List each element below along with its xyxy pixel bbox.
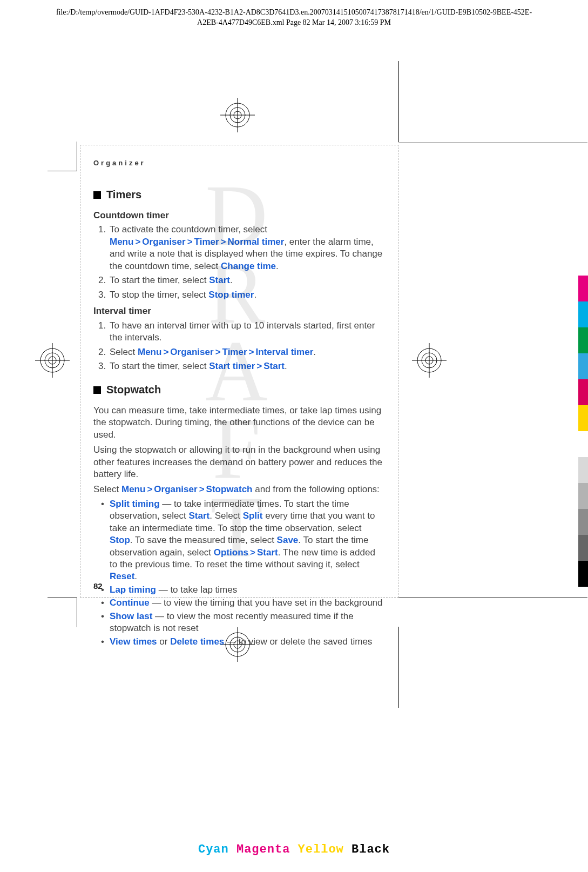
- list-item: To start the timer, select Start timer>S…: [109, 360, 385, 372]
- list-item: Select Menu>Organiser>Timer>Interval tim…: [109, 346, 385, 358]
- body-text: Select Menu>Organiser>Stopwatch and from…: [93, 484, 385, 495]
- subheading-countdown: Countdown timer: [93, 210, 385, 222]
- page-number: 82: [93, 581, 103, 592]
- file-path-line1: file:/D:/temp/overmode/GUID-1AFD4F23-530…: [0, 8, 588, 18]
- list-item: To have an interval timer with up to 10 …: [109, 320, 385, 344]
- registration-mark-icon: [86, 96, 389, 134]
- page-content: DRAFT Organizer Timers Countdown timer T…: [80, 145, 398, 598]
- countdown-steps: To activate the countdown timer, select …: [93, 224, 385, 301]
- interval-steps: To have an interval timer with up to 10 …: [93, 320, 385, 373]
- crop-mark-icon: [48, 142, 77, 171]
- list-item: To start the timer, select Start.: [109, 274, 385, 286]
- list-item: View times or Delete times — to view or …: [101, 636, 385, 648]
- color-calibration-bars: [578, 276, 588, 587]
- registration-mark-icon: [405, 341, 454, 379]
- list-item: Lap timing — to take lap times: [101, 584, 385, 596]
- square-bullet-icon: [93, 191, 101, 199]
- crop-mark-icon: [48, 598, 77, 627]
- crop-mark-icon: [398, 627, 400, 708]
- crop-mark-icon: [398, 598, 587, 599]
- registration-mark-icon: [28, 341, 77, 379]
- list-item: Split timing — to take intermediate time…: [101, 498, 385, 583]
- list-item: To activate the countdown timer, select …: [109, 224, 385, 272]
- stopwatch-options: Split timing — to take intermediate time…: [93, 498, 385, 648]
- heading-timers: Timers: [93, 187, 385, 202]
- list-item: To stop the timer, select Stop timer.: [109, 289, 385, 301]
- file-path-line2: A2EB-4A477D49C6EB.xml Page 82 Mar 14, 20…: [0, 18, 588, 28]
- subheading-interval: Interval timer: [93, 305, 385, 318]
- body-text: Using the stopwatch or allowing it to ru…: [93, 444, 385, 480]
- square-bullet-icon: [93, 386, 101, 394]
- file-path-header: file:/D:/temp/overmode/GUID-1AFD4F23-530…: [0, 8, 588, 28]
- list-item: Continue — to view the timing that you h…: [101, 597, 385, 609]
- crop-mark-icon: [398, 142, 587, 143]
- color-separation-footer: Cyan Magenta Yellow Black: [0, 842, 588, 858]
- heading-stopwatch: Stopwatch: [93, 383, 385, 397]
- body-text: You can measure time, take intermediate …: [93, 405, 385, 441]
- list-item: Show last — to view the most recently me…: [101, 611, 385, 635]
- section-label: Organizer: [93, 158, 385, 168]
- crop-mark-icon: [398, 61, 400, 142]
